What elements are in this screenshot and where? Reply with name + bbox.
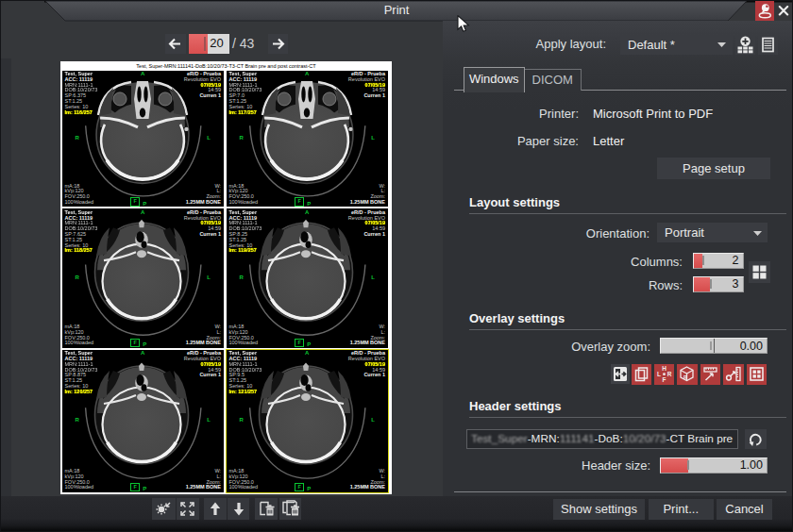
svg-text:F: F	[662, 376, 666, 383]
svg-text:R: R	[683, 374, 687, 380]
svg-text:L: L	[657, 371, 661, 377]
svg-text:R: R	[666, 371, 671, 377]
svg-text:H: H	[662, 365, 666, 372]
